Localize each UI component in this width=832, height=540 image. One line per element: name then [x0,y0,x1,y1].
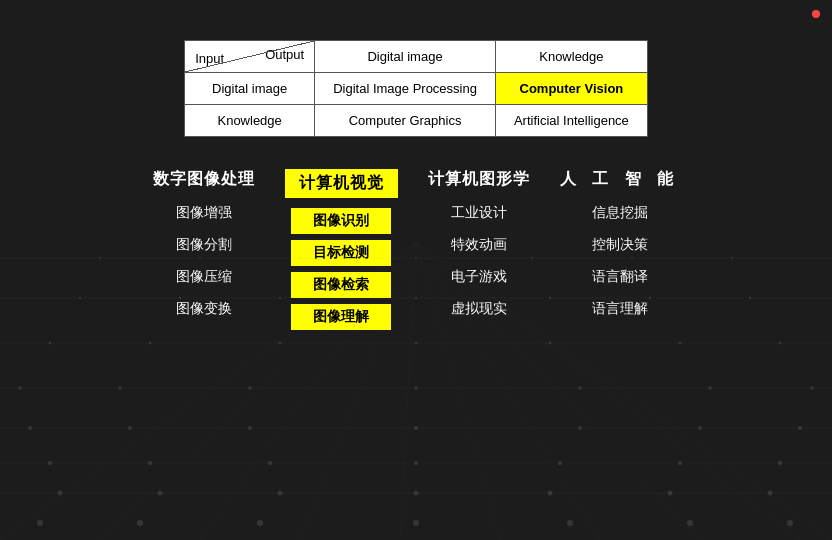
category-item-ai-0: 信息挖掘 [570,200,670,226]
category-item-cv-0: 图像识别 [291,208,391,234]
row1-label: Digital image [185,73,315,105]
table-row-1: Digital image Digital Image Processing C… [185,73,648,105]
table-wrapper: Output Input Digital image Knowledge Dig… [184,40,648,137]
row2-col1: Computer Graphics [315,105,496,137]
label-output: Output [265,47,304,62]
category-item-cg-2: 电子游戏 [429,264,529,290]
cell-input-output: Output Input [185,41,315,73]
category-item-dip-3: 图像变换 [154,296,254,322]
category-item-cg-1: 特效动画 [429,232,529,258]
category-item-cg-3: 虚拟现实 [429,296,529,322]
category-title-ai: 人 工 智 能 [560,169,679,190]
category-item-dip-1: 图像分割 [154,232,254,258]
content-area: Output Input Digital image Knowledge Dig… [0,0,832,540]
category-item-ai-2: 语言翻译 [570,264,670,290]
category-cv: 计算机视觉图像识别目标检测图像检索图像理解 [285,169,398,330]
category-item-dip-0: 图像增强 [154,200,254,226]
category-item-cv-1: 目标检测 [291,240,391,266]
table-row-2: Knowledge Computer Graphics Artificial I… [185,105,648,137]
category-item-cv-2: 图像检索 [291,272,391,298]
category-item-ai-3: 语言理解 [570,296,670,322]
category-title-dip: 数字图像处理 [153,169,255,190]
category-item-dip-2: 图像压缩 [154,264,254,290]
category-title-cv: 计算机视觉 [285,169,398,198]
row1-col1: Digital Image Processing [315,73,496,105]
row1-col2: Computer Vision [495,73,647,105]
category-item-cv-3: 图像理解 [291,304,391,330]
category-cg: 计算机图形学工业设计特效动画电子游戏虚拟现实 [428,169,530,322]
category-title-cg: 计算机图形学 [428,169,530,190]
label-input: Input [195,51,224,66]
table-header-row: Output Input Digital image Knowledge [185,41,648,73]
category-item-ai-1: 控制决策 [570,232,670,258]
col1-header: Digital image [315,41,496,73]
row2-label: Knowledge [185,105,315,137]
row2-col2: Artificial Intelligence [495,105,647,137]
category-item-cg-0: 工业设计 [429,200,529,226]
col2-header: Knowledge [495,41,647,73]
bottom-section: 数字图像处理图像增强图像分割图像压缩图像变换计算机视觉图像识别目标检测图像检索图… [153,169,679,330]
category-ai: 人 工 智 能信息挖掘控制决策语言翻译语言理解 [560,169,679,322]
category-dip: 数字图像处理图像增强图像分割图像压缩图像变换 [153,169,255,322]
main-table: Output Input Digital image Knowledge Dig… [184,40,648,137]
